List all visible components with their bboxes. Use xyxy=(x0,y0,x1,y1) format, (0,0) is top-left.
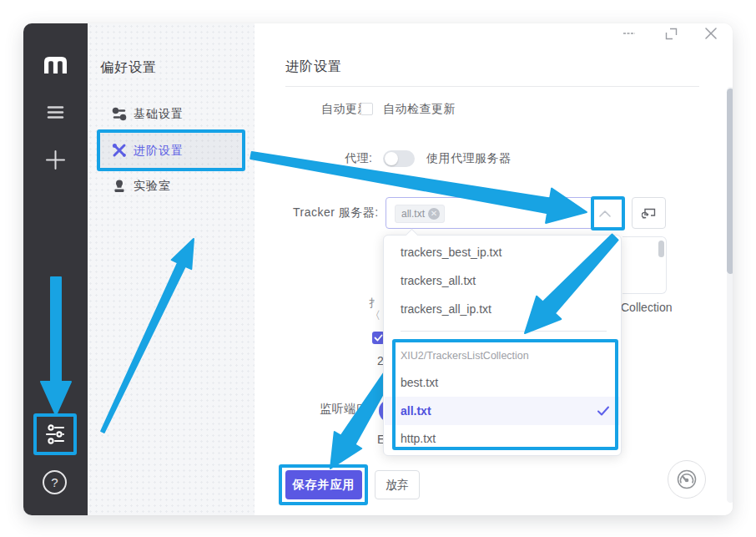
hint-char-fragment: 〈 xyxy=(370,308,381,323)
title-divider xyxy=(285,86,699,87)
dropdown-option[interactable]: trackers_all.txt xyxy=(385,266,620,295)
tag-label: all.txt xyxy=(401,208,425,220)
advanced-settings-icon xyxy=(112,143,127,158)
proxy-label: 代理: xyxy=(345,151,372,166)
dropdown-option-selected[interactable]: all.txt xyxy=(385,397,620,425)
motrix-logo-icon xyxy=(44,57,67,73)
option-label: all.txt xyxy=(401,404,431,418)
selected-tracker-tag: all.txt ✕ xyxy=(395,205,445,223)
advanced-settings-panel: 进阶设置 自动更新: 自动检查更新 代理: 使用代理服务器 Tracker 服务… xyxy=(255,23,733,515)
lab-icon xyxy=(112,179,127,194)
menu-item-basic-settings[interactable]: 基础设置 xyxy=(100,98,243,131)
save-apply-button[interactable]: 保存并应用 xyxy=(285,470,362,499)
toggle-knob xyxy=(385,152,398,165)
help-icon[interactable]: ? xyxy=(42,469,68,495)
menu-item-advanced-settings[interactable]: 进阶设置 xyxy=(100,132,243,169)
sync-tracker-list-button[interactable] xyxy=(632,197,666,229)
dropdown-option[interactable]: best.txt xyxy=(385,368,620,397)
textarea-scrollbar-thumb[interactable] xyxy=(658,241,664,257)
tracker-server-label: Tracker 服务器: xyxy=(293,205,379,220)
dropdown-group-label: XIU2/TrackersListCollection xyxy=(385,346,620,366)
proxy-toggle[interactable] xyxy=(383,150,415,167)
proxy-toggle-label: 使用代理服务器 xyxy=(426,151,512,166)
tracker-server-select[interactable]: all.txt ✕ xyxy=(386,197,623,229)
add-task-icon[interactable] xyxy=(46,150,65,170)
page-title: 进阶设置 xyxy=(285,58,342,76)
hint-text-fragment: Collection xyxy=(621,301,672,314)
listen-port-label: 监听端口 xyxy=(320,402,368,417)
tag-remove-icon[interactable]: ✕ xyxy=(428,208,440,220)
maximize-button[interactable] xyxy=(662,24,680,43)
check-icon xyxy=(597,404,610,418)
dropdown-divider xyxy=(401,331,607,332)
main-scrollbar-thumb[interactable] xyxy=(727,89,733,274)
save-label: 保存并应用 xyxy=(293,478,355,493)
discard-label: 放弃 xyxy=(386,478,409,493)
sync-icon xyxy=(642,207,656,220)
menu-item-label: 进阶设置 xyxy=(134,144,184,159)
menu-item-label: 实验室 xyxy=(134,179,171,194)
dropdown-option[interactable]: http.txt xyxy=(385,424,620,453)
auto-update-checkbox-label[interactable]: 自动检查更新 xyxy=(383,102,456,117)
speedometer-icon xyxy=(675,468,698,491)
minimize-button[interactable] xyxy=(620,24,638,43)
speed-limit-button[interactable] xyxy=(668,460,706,499)
app-window: ? 偏好设置 基础设置 进阶设置 实验室 xyxy=(23,23,733,515)
preferences-title: 偏好设置 xyxy=(100,59,157,77)
basic-settings-icon xyxy=(112,107,127,122)
chevron-up-icon[interactable] xyxy=(599,210,611,217)
preferences-icon[interactable] xyxy=(44,423,66,445)
close-button[interactable] xyxy=(702,24,720,43)
task-list-icon[interactable] xyxy=(47,106,64,119)
tracker-textarea-fragment[interactable] xyxy=(622,236,667,294)
svg-text:?: ? xyxy=(51,475,58,489)
menu-item-lab[interactable]: 实验室 xyxy=(100,170,243,203)
dropdown-option[interactable]: trackers_all_ip.txt xyxy=(385,295,620,323)
tracker-dropdown: trackers_best_ip.txt trackers_all.txt tr… xyxy=(383,235,622,456)
dropdown-option[interactable]: trackers_best_ip.txt xyxy=(385,238,620,266)
auto-update-checkbox[interactable] xyxy=(360,103,373,115)
preferences-menu-panel: 偏好设置 基础设置 进阶设置 实验室 xyxy=(88,23,255,515)
menu-item-label: 基础设置 xyxy=(134,107,184,122)
discard-button[interactable]: 放弃 xyxy=(375,470,420,499)
app-sidebar: ? xyxy=(23,23,88,515)
